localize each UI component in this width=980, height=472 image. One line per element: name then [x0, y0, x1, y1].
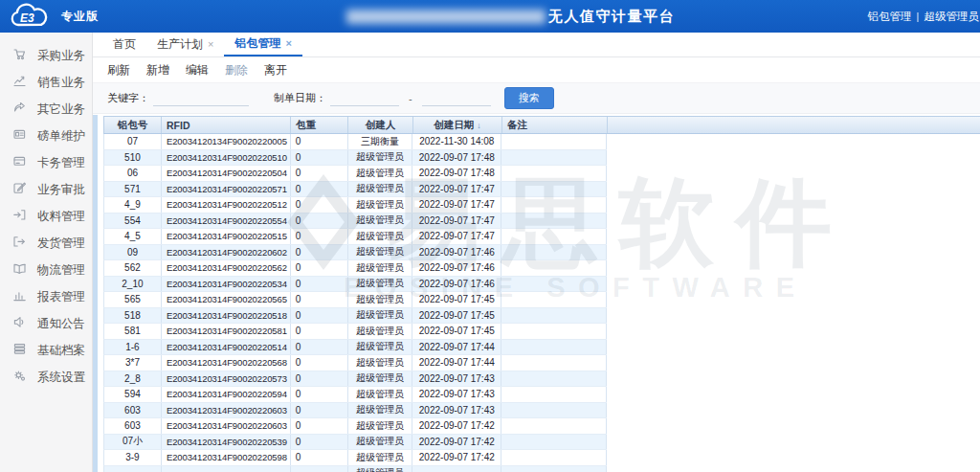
- idcard-icon: [12, 127, 27, 145]
- keyword-input[interactable]: [153, 91, 249, 106]
- sidebar-item-其它业务[interactable]: 其它业务: [0, 96, 92, 123]
- grid-body: 07E20034120134F900202200050三期衡量2022-11-3…: [103, 134, 980, 472]
- table-row[interactable]: 4_5E20034120314F900202205150超级管理员2022-09…: [103, 229, 607, 245]
- search-button[interactable]: 搜索: [504, 87, 554, 109]
- tab-close-icon[interactable]: ×: [285, 38, 291, 49]
- date-from-input[interactable]: [330, 91, 399, 106]
- sidebar-item-通知公告[interactable]: 通知公告: [0, 310, 92, 337]
- current-module-label: 铝包管理: [868, 10, 912, 24]
- cell-包重: 0: [291, 450, 348, 465]
- sidebar-item-销售业务[interactable]: 销售业务: [0, 69, 92, 96]
- cell-包重: 0: [291, 403, 348, 418]
- table-row[interactable]: 06E20034120314F900202205040超级管理员2022-09-…: [103, 166, 607, 182]
- cell-包重: 0: [291, 324, 348, 339]
- table-row[interactable]: 07小E20034120314F900202205390超级管理员2022-09…: [103, 435, 607, 451]
- sidebar-item-label: 采购业务: [37, 48, 85, 64]
- table-row[interactable]: 3*7E20034120314F900202205680超级管理员2022-09…: [103, 355, 607, 371]
- sidebar-item-卡务管理[interactable]: 卡务管理: [0, 149, 92, 176]
- cell-RFID: E20034120314F90020220568: [162, 355, 291, 371]
- cart-icon: [12, 47, 27, 64]
- table-row[interactable]: 554E20034120314F900202205540超级管理员2022-09…: [103, 214, 607, 230]
- sidebar-item-基础档案[interactable]: 基础档案: [0, 337, 92, 364]
- cell-创建日期: 2022-09-07 17:46: [412, 277, 501, 292]
- table-row[interactable]: 603E20034120314F900202206030超级管理员2022-09…: [103, 418, 607, 435]
- cell-包重: 0: [291, 245, 348, 260]
- share-icon: [12, 101, 27, 118]
- table-row[interactable]: 565E20034120314F900202205650超级管理员2022-09…: [103, 292, 607, 308]
- sidebar-item-业务审批[interactable]: 业务审批: [0, 176, 92, 203]
- table-row[interactable]: 3-9E20034120314F900202205980超级管理员2022-09…: [103, 450, 607, 466]
- table-row[interactable]: 4_9E20034120314F900202205120超级管理员2022-09…: [103, 197, 607, 214]
- column-label: 包重: [296, 119, 316, 132]
- cell-创建日期: 2022-09-07 17:45: [412, 308, 501, 324]
- column-header-包重[interactable]: 包重: [291, 117, 348, 133]
- column-header-备注[interactable]: 备注: [502, 117, 608, 133]
- cell-创建人: 超级管理员: [348, 324, 413, 339]
- cell-RFID: [162, 466, 291, 472]
- table-row[interactable]: 超级管理员: [103, 466, 607, 472]
- table-row[interactable]: 09E20034120314F900202206020超级管理员2022-09-…: [103, 245, 607, 261]
- table-row[interactable]: 07E20034120134F900202200050三期衡量2022-11-3…: [103, 134, 607, 150]
- cell-备注: [501, 308, 607, 324]
- table-row[interactable]: 571E20034120314F900202205710超级管理员2022-09…: [103, 182, 607, 198]
- tab-首页[interactable]: 首页: [102, 33, 146, 56]
- toolbar-button-离开[interactable]: 离开: [264, 62, 287, 79]
- cell-创建人: 超级管理员: [348, 308, 413, 324]
- table-row[interactable]: 562E20034120314F900202205620超级管理员2022-09…: [103, 260, 607, 277]
- cell-创建人: 超级管理员: [348, 418, 413, 434]
- tab-生产计划[interactable]: 生产计划×: [146, 33, 224, 56]
- cell-创建日期: [412, 466, 501, 472]
- cell-铝包号: 594: [104, 387, 162, 402]
- cell-创建人: 超级管理员: [348, 292, 413, 307]
- cell-创建人: 超级管理员: [348, 403, 413, 418]
- table-row[interactable]: 594E20034120314F900202205940超级管理员2022-09…: [103, 387, 607, 403]
- cell-备注: [501, 324, 607, 339]
- sidebar-item-发货管理[interactable]: 发货管理: [0, 230, 92, 257]
- sidebar-item-收料管理[interactable]: 收料管理: [0, 203, 92, 230]
- sidebar-item-label: 磅单维护: [37, 128, 85, 145]
- toolbar-button-刷新[interactable]: 刷新: [107, 62, 130, 79]
- cloud-e3-logo-icon: E3: [8, 3, 52, 30]
- table-row[interactable]: 518E20034120314F900202205180超级管理员2022-09…: [103, 308, 607, 325]
- toolbar-button-新增[interactable]: 新增: [146, 62, 169, 79]
- sidebar-item-采购业务[interactable]: 采购业务: [0, 42, 92, 69]
- cell-包重: 0: [291, 292, 348, 307]
- table-row[interactable]: 603E20034120314F900202206030超级管理员2022-09…: [103, 403, 607, 419]
- column-header-铝包号[interactable]: 铝包号: [104, 117, 162, 133]
- table-row[interactable]: 2_8E20034120314F900202205730超级管理员2022-09…: [103, 371, 607, 388]
- column-header-filler: [608, 117, 980, 133]
- column-header-RFID[interactable]: RFID: [162, 117, 291, 133]
- grid-edge-splitter[interactable]: [93, 115, 98, 472]
- table-row[interactable]: 510E20034120314F900202205100超级管理员2022-09…: [103, 150, 607, 167]
- table-row[interactable]: 1-6E20034120314F900202205140超级管理员2022-09…: [103, 340, 607, 356]
- cell-RFID: E20034120314F90020220512: [162, 197, 291, 213]
- cell-创建人: 超级管理员: [348, 182, 413, 197]
- current-user-label[interactable]: 超级管理员: [924, 10, 980, 24]
- toolbar-button-编辑[interactable]: 编辑: [186, 62, 209, 79]
- cell-包重: 0: [291, 182, 348, 197]
- cell-包重: 0: [291, 260, 348, 276]
- sidebar-item-系统设置[interactable]: 系统设置: [0, 364, 92, 391]
- app-window: E3 专业版 无人值守计量平台 铝包管理 | 超级管理员 采购业务销售业务其它业…: [0, 0, 980, 472]
- cell-铝包号: 4_9: [104, 197, 162, 213]
- cell-RFID: E20034120314F90020220573: [162, 371, 291, 387]
- tab-close-icon[interactable]: ×: [208, 39, 213, 50]
- table-row[interactable]: 2_10E20034120314F900202205340超级管理员2022-0…: [103, 277, 607, 293]
- column-header-创建人[interactable]: 创建人: [348, 117, 413, 133]
- toolbar-button-删除[interactable]: 删除: [225, 62, 248, 79]
- cell-备注: [501, 371, 607, 387]
- toolbar: 刷新新增编辑删除离开: [93, 57, 980, 82]
- trend-icon: [12, 74, 27, 91]
- cell-创建人: 超级管理员: [348, 355, 413, 371]
- table-row[interactable]: 581E20034120314F900202205810超级管理员2022-09…: [103, 324, 607, 340]
- sidebar-item-物流管理[interactable]: 物流管理: [0, 257, 92, 283]
- cell-RFID: E20034120314F90020220602: [162, 245, 291, 260]
- cell-备注: [501, 292, 607, 307]
- sidebar-item-磅单维护[interactable]: 磅单维护: [0, 123, 92, 149]
- column-header-创建日期[interactable]: 创建日期↓: [413, 117, 502, 133]
- cell-RFID: E20034120314F90020220565: [162, 292, 291, 307]
- tab-label: 生产计划: [157, 36, 203, 53]
- date-to-input[interactable]: [422, 91, 491, 106]
- tab-铝包管理[interactable]: 铝包管理×: [224, 33, 301, 56]
- sidebar-item-报表管理[interactable]: 报表管理: [0, 283, 92, 310]
